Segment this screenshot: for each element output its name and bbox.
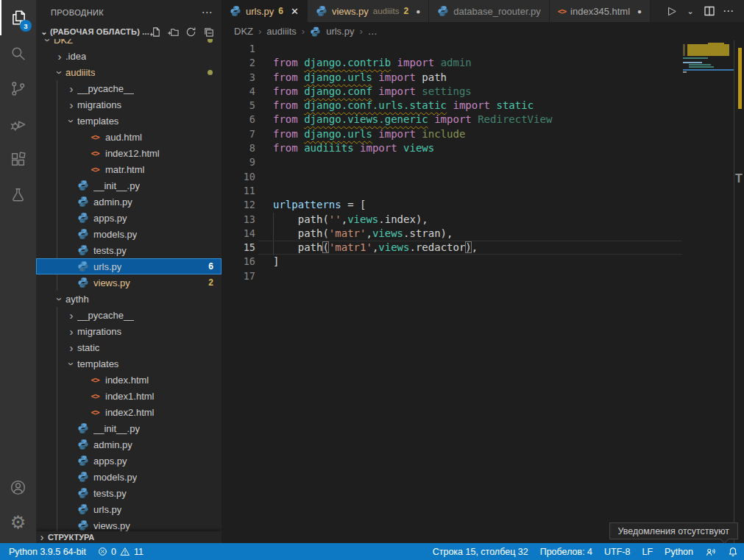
new-folder-icon[interactable] bbox=[168, 26, 179, 38]
tree-item-label: index12.html bbox=[105, 148, 160, 159]
activity-testing[interactable] bbox=[0, 177, 36, 212]
more-actions-button[interactable]: ⋯ bbox=[720, 3, 737, 19]
tree-item-index2.html[interactable]: <>index2.html bbox=[36, 404, 222, 420]
activity-search[interactable] bbox=[0, 35, 36, 71]
tab-database_roouter.py[interactable]: database_roouter.py bbox=[429, 0, 550, 22]
code-line-10[interactable]: 10 bbox=[222, 170, 744, 184]
tree-item-__pycache__[interactable]: ›__pycache__ bbox=[36, 307, 222, 323]
code-editor[interactable]: 12from django.contrib import admin3from … bbox=[222, 40, 744, 543]
tree-item-index1.html[interactable]: <>index1.html bbox=[36, 388, 222, 404]
tree-item-models.py[interactable]: models.py bbox=[36, 226, 222, 242]
tree-item-apps.py[interactable]: apps.py bbox=[36, 210, 222, 226]
tree-item-templates[interactable]: ›templates bbox=[36, 355, 222, 372]
code-line-12[interactable]: 12urlpatterns = [ bbox=[222, 198, 744, 212]
run-python-file-button[interactable] bbox=[663, 3, 679, 19]
collapse-all-icon[interactable] bbox=[203, 26, 214, 38]
tree-item-audiiits[interactable]: ›audiiits bbox=[36, 64, 222, 80]
code-line-3[interactable]: 3from django.urls import path bbox=[222, 71, 744, 85]
tree-item-label: urls.py bbox=[93, 261, 121, 272]
language-mode-status[interactable]: Python bbox=[659, 543, 699, 560]
python-icon bbox=[77, 471, 89, 483]
code-line-14[interactable]: 14 path('matr',views.stran), bbox=[222, 227, 744, 241]
outline-section-header[interactable]: › СТРУКТУРА bbox=[36, 531, 222, 543]
activity-source-control[interactable] bbox=[0, 71, 36, 106]
code-line-9[interactable]: 9 bbox=[222, 155, 744, 169]
tree-item-views.py[interactable]: views.py bbox=[36, 517, 222, 531]
tree-item-matr.html[interactable]: <>matr.html bbox=[36, 161, 222, 177]
tree-item-index.html[interactable]: <>index.html bbox=[36, 372, 222, 388]
minimap[interactable] bbox=[683, 42, 734, 138]
dirty-dot-icon[interactable]: ● bbox=[637, 7, 642, 15]
eol-status[interactable]: LF bbox=[636, 543, 659, 560]
tree-item-__init__.py[interactable]: __init__.py bbox=[36, 420, 222, 436]
tree-item-urls.py[interactable]: urls.py6 bbox=[36, 258, 222, 274]
tree-item-admin.py[interactable]: admin.py bbox=[36, 194, 222, 210]
tree-item-views.py[interactable]: views.py2 bbox=[36, 274, 222, 291]
tree-item-DKZ[interactable]: ›DKZ bbox=[36, 39, 222, 48]
tree-item-migrations[interactable]: ›migrations bbox=[36, 96, 222, 113]
python-icon bbox=[77, 455, 89, 467]
feedback-button[interactable] bbox=[699, 543, 722, 560]
tree-item-index12.html[interactable]: <>index12.html bbox=[36, 145, 222, 161]
tab-label: database_roouter.py bbox=[453, 6, 541, 17]
refresh-icon[interactable] bbox=[185, 26, 196, 38]
tree-item-templates[interactable]: ›templates bbox=[36, 113, 222, 129]
code-line-17[interactable]: 17 bbox=[222, 269, 744, 283]
indentation-status[interactable]: Пробелов: 4 bbox=[534, 543, 598, 560]
tree-item-tests.py[interactable]: tests.py bbox=[36, 242, 222, 258]
workspace-section-header[interactable]: ⌄ (РАБОЧАЯ ОБЛАСТЬ) ... bbox=[36, 24, 222, 39]
code-line-11[interactable]: 11 bbox=[222, 184, 744, 198]
code-token: 'matr' bbox=[329, 227, 366, 239]
tab-label: views.py bbox=[332, 6, 369, 17]
code-line-13[interactable]: 13 path('',views.index), bbox=[222, 213, 744, 227]
tree-item-__pycache__[interactable]: ›__pycache__ bbox=[36, 80, 222, 96]
code-line-15[interactable]: 15 path('matr1',views.redactor), bbox=[222, 241, 744, 255]
encoding-status[interactable]: UTF-8 bbox=[598, 543, 636, 560]
activity-extensions[interactable] bbox=[0, 141, 36, 177]
code-token: views bbox=[372, 227, 403, 239]
cursor-position-status[interactable]: Строка 15, столбец 32 bbox=[427, 543, 534, 560]
tree-item-admin.py[interactable]: admin.py bbox=[36, 436, 222, 453]
notifications-bell-button[interactable] bbox=[722, 543, 744, 560]
dirty-dot-icon[interactable]: ● bbox=[416, 7, 420, 15]
breadcrumb-item[interactable]: urls.py bbox=[326, 26, 354, 37]
tree-item-tests.py[interactable]: tests.py bbox=[36, 485, 222, 501]
code-line-4[interactable]: 4from django.conf import settings bbox=[222, 85, 744, 99]
tab-index345.html[interactable]: <>index345.html● bbox=[550, 0, 651, 22]
html-icon: <> bbox=[91, 375, 99, 385]
code-line-5[interactable]: 5from django.conf.urls.static import sta… bbox=[222, 99, 744, 113]
tree-item-urls.py[interactable]: urls.py bbox=[36, 501, 222, 517]
code-line-8[interactable]: 8from audiiits import views bbox=[222, 141, 744, 155]
code-line-16[interactable]: 16] bbox=[222, 255, 744, 269]
run-dropdown-chevron-icon[interactable]: ⌄ bbox=[682, 3, 698, 19]
tree-item-migrations[interactable]: ›migrations bbox=[36, 323, 222, 339]
tree-item-__init__.py[interactable]: __init__.py bbox=[36, 177, 222, 194]
close-icon[interactable]: ✕ bbox=[291, 6, 299, 17]
tree-item-aythh[interactable]: ›aythh bbox=[36, 291, 222, 307]
split-editor-button[interactable] bbox=[701, 3, 718, 19]
activity-explorer[interactable]: 3 bbox=[0, 0, 36, 35]
new-file-icon[interactable] bbox=[150, 26, 161, 38]
tab-views.py[interactable]: views.pyaudiiits2● bbox=[308, 0, 429, 22]
html-icon: <> bbox=[91, 132, 99, 142]
breadcrumb-item[interactable]: DKZ bbox=[234, 26, 253, 37]
overview-ruler[interactable]: T bbox=[734, 40, 744, 543]
activity-settings[interactable]: ⚙ bbox=[0, 505, 36, 540]
code-line-1[interactable]: 1 bbox=[222, 42, 744, 56]
breadcrumb-item[interactable]: … bbox=[368, 26, 378, 37]
activity-account[interactable] bbox=[0, 469, 36, 505]
python-interpreter-status[interactable]: Python 3.9.5 64-bit bbox=[3, 543, 92, 560]
problems-status[interactable]: 0 11 bbox=[92, 543, 149, 560]
tree-item-apps.py[interactable]: apps.py bbox=[36, 453, 222, 469]
activity-run-debug[interactable] bbox=[0, 106, 36, 141]
tab-urls.py[interactable]: urls.py6✕ bbox=[222, 0, 308, 22]
code-line-7[interactable]: 7from django.urls import include bbox=[222, 127, 744, 141]
code-line-2[interactable]: 2from django.contrib import admin bbox=[222, 56, 744, 70]
breadcrumb-item[interactable]: audiiits bbox=[266, 26, 296, 37]
tree-item-models.py[interactable]: models.py bbox=[36, 469, 222, 485]
sidebar-more-icon[interactable]: ⋯ bbox=[202, 6, 213, 19]
code-line-6[interactable]: 6from django.views.generic import Redire… bbox=[222, 113, 744, 127]
tree-item-.idea[interactable]: ›.idea bbox=[36, 48, 222, 64]
tree-item-static[interactable]: ›static bbox=[36, 339, 222, 355]
tree-item-aud.html[interactable]: <>aud.html bbox=[36, 129, 222, 145]
